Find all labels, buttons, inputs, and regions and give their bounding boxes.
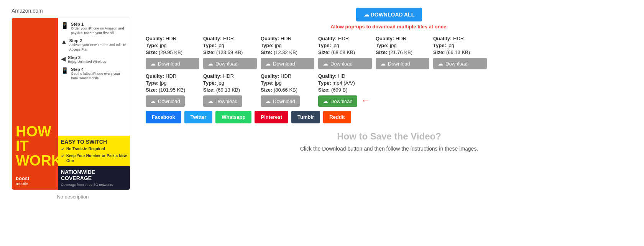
step-2-icon: ▲ <box>61 38 67 45</box>
step-1-title: Step 1 <box>71 22 127 26</box>
quality-label: Quality: HD <box>318 73 372 79</box>
step-2: ▲ Step 2 Activate your new iPhone and In… <box>61 38 127 52</box>
download-card-r2-3: Quality: HD Type: mp4 (A/V) Size: (699 B… <box>318 73 372 107</box>
cloud-download-icon: ☁ <box>380 61 386 67</box>
download-all-button[interactable]: ☁ DOWNLOAD ALL <box>356 8 422 21</box>
step-4-desc: Get the latest iPhone every year from Bo… <box>71 72 127 80</box>
download-card-r1-1: Quality: HDR Type: jpg Size: (123.69 KB)… <box>203 36 257 69</box>
how-to-desc: Click the Download button and then follo… <box>146 146 632 152</box>
coverage-sub: Coverage from three 5G networks <box>61 183 113 187</box>
step-4: 📱 Step 4 Get the latest iPhone every yea… <box>61 67 127 80</box>
check-icon-2: ✔ <box>61 153 65 159</box>
cloud-download-icon: ☁ <box>208 61 213 67</box>
download-card-r2-2: Quality: HDR Type: jpg Size: (80.66 KB) … <box>261 73 314 107</box>
quality-label: Quality: HDR <box>376 36 429 41</box>
type-label: Type: jpg <box>146 43 199 48</box>
type-label: Type: jpg <box>203 43 257 48</box>
download-button[interactable]: ☁ Download <box>261 58 314 69</box>
download-card-r1-4: Quality: HDR Type: jpg Size: (21.76 KB) … <box>376 36 429 69</box>
quality-label: Quality: HDR <box>318 36 372 41</box>
size-label: Size: (69.13 KB) <box>203 87 257 93</box>
social-button-twitter[interactable]: Twitter <box>184 111 213 123</box>
download-card-r1-0: Quality: HDR Type: jpg Size: (29.95 KB) … <box>146 36 199 69</box>
step-2-title: Step 2 <box>69 38 127 43</box>
left-panel: Amazon.com HOW IT WORKS boost mobile <box>12 8 134 200</box>
step-1-icon: 📱 <box>61 22 69 29</box>
download-button[interactable]: ☁ Download <box>146 95 185 107</box>
download-button[interactable]: ☁ Download <box>318 95 357 107</box>
check-label-2: Keep Your Number or Pick a New One <box>66 153 127 163</box>
no-description: No description <box>12 194 134 200</box>
social-button-pinterest[interactable]: Pinterest <box>255 111 288 123</box>
social-button-whatsapp[interactable]: Whatsapp <box>215 111 251 123</box>
social-button-reddit[interactable]: Reddit <box>323 111 351 123</box>
size-label: Size: (66.13 KB) <box>433 49 487 55</box>
check-icon-1: ✔ <box>61 146 65 152</box>
right-panel: ☁ DOWNLOAD ALL Allow pop-ups to download… <box>146 8 632 200</box>
step-4-icon: 📱 <box>61 67 69 74</box>
step-1: 📱 Step 1 Order your iPhone on Amazon and… <box>61 22 127 35</box>
type-label: Type: jpg <box>376 43 429 48</box>
quality-label: Quality: HDR <box>146 73 199 79</box>
cloud-download-icon: ☁ <box>323 98 328 104</box>
type-label: Type: jpg <box>433 43 487 48</box>
download-card-r1-3: Quality: HDR Type: jpg Size: (68.08 KB) … <box>318 36 372 69</box>
brand-name: boost <box>16 175 54 181</box>
download-card-r1-5: Quality: HDR Type: jpg Size: (66.13 KB) … <box>433 36 487 69</box>
image-preview: HOW IT WORKS boost mobile 📱 Step 1 <box>12 18 130 190</box>
image-right-side: 📱 Step 1 Order your iPhone on Amazon and… <box>58 18 130 190</box>
big-text: HOW IT WORKS <box>16 124 54 168</box>
step-3-desc: Enjoy Unlimited Wireless <box>68 60 106 64</box>
size-label: Size: (12.32 KB) <box>261 49 314 55</box>
type-label: Type: jpg <box>146 80 199 86</box>
type-label: Type: jpg <box>261 43 314 48</box>
quality-label: Quality: HDR <box>261 36 314 41</box>
quality-label: Quality: HDR <box>261 73 314 79</box>
cloud-download-icon: ☁ <box>150 98 156 104</box>
download-button[interactable]: ☁ Download <box>433 58 487 69</box>
step-2-desc: Activate your new iPhone and Infinite Ac… <box>69 43 127 52</box>
type-label: Type: jpg <box>261 80 314 86</box>
size-label: Size: (123.69 KB) <box>203 49 257 55</box>
quality-label: Quality: HDR <box>433 36 487 41</box>
type-label: Type: jpg <box>318 43 372 48</box>
brand-sub: mobile <box>16 181 54 186</box>
steps-section: 📱 Step 1 Order your iPhone on Amazon and… <box>58 18 130 136</box>
size-label: Size: (101.95 KB) <box>146 87 199 93</box>
download-card-r2-1: Quality: HDR Type: jpg Size: (69.13 KB) … <box>203 73 257 107</box>
image-orange-strip: HOW IT WORKS boost mobile <box>12 18 58 190</box>
download-button[interactable]: ☁ Download <box>203 58 257 69</box>
social-button-tumblr[interactable]: Tumblr <box>291 111 320 123</box>
download-button[interactable]: ☁ Download <box>376 58 429 69</box>
how-to-title: How to Save the Video? <box>146 131 632 142</box>
cloud-download-icon: ☁ <box>150 61 156 67</box>
social-button-facebook[interactable]: Facebook <box>146 111 181 123</box>
download-button[interactable]: ☁ Download <box>146 58 199 69</box>
social-row: FacebookTwitterWhatsappPinterestTumblrRe… <box>146 111 632 123</box>
yellow-section: EASY TO SWITCH ✔ No Trade-in Required ✔ … <box>58 136 130 166</box>
check-label-1: No Trade-in Required <box>66 146 105 151</box>
cloud-download-icon: ☁ <box>438 61 443 67</box>
download-button[interactable]: ☁ Download <box>203 95 242 107</box>
download-button[interactable]: ☁ Download <box>261 95 300 107</box>
size-label: Size: (68.08 KB) <box>318 49 372 55</box>
cloud-download-icon: ☁ <box>208 98 213 104</box>
size-label: Size: (21.76 KB) <box>376 49 429 55</box>
size-label: Size: (29.95 KB) <box>146 49 199 55</box>
quality-label: Quality: HDR <box>203 36 257 41</box>
download-button[interactable]: ☁ Download <box>318 58 372 69</box>
type-label: Type: mp4 (A/V) <box>318 80 372 86</box>
size-label: Size: (699 B) <box>318 87 372 93</box>
step-3-title: Step 3 <box>68 55 106 60</box>
cloud-download-icon: ☁ <box>323 61 328 67</box>
step-3: ◀ Step 3 Enjoy Unlimited Wireless <box>61 55 127 64</box>
quality-label: Quality: HDR <box>146 36 199 41</box>
check-item-2: ✔ Keep Your Number or Pick a New One <box>61 153 127 163</box>
check-item-1: ✔ No Trade-in Required <box>61 146 127 152</box>
download-grid-row-2: Quality: HDR Type: jpg Size: (101.95 KB)… <box>146 73 632 107</box>
step-3-icon: ◀ <box>61 55 66 62</box>
coverage-title: NATIONWIDECOVERAGE <box>61 169 95 181</box>
download-card-r1-2: Quality: HDR Type: jpg Size: (12.32 KB) … <box>261 36 314 69</box>
dark-section: NATIONWIDECOVERAGE Coverage from three 5… <box>58 166 130 190</box>
site-label: Amazon.com <box>12 8 134 14</box>
